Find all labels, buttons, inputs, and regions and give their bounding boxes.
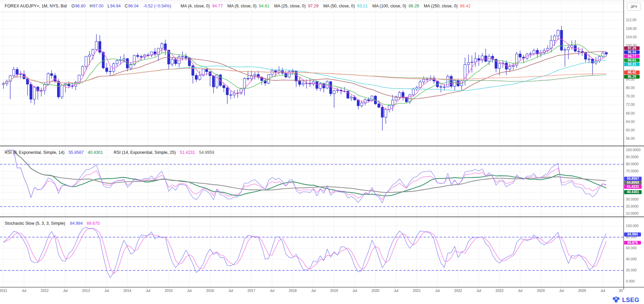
x-axis-label: 2022 (451, 289, 466, 293)
quote-value: 94.94 (110, 3, 121, 9)
ma-legend-item[interactable]: MA (100, close, 0)86.29 (372, 3, 419, 9)
x-axis-label: 2013 (79, 289, 93, 293)
rsi-indicator-header[interactable]: RSI (9, Exponential, Simple, 14)55.85674… (5, 149, 220, 156)
x-axis-label: Jul (348, 289, 362, 293)
quote-h: H97.00 (89, 3, 103, 9)
ma-legend-item[interactable]: MA (250, close, 0)86.42 (424, 3, 471, 9)
quote-label: L (108, 3, 110, 9)
ma-label: MA (250, close, 0) (424, 3, 458, 9)
main-chart-header: FOREX AUDJPY=, 1M, NYS, Bid O96.80H97.00… (5, 3, 471, 9)
x-axis-label: 2020 (368, 289, 383, 293)
x-axis-label: Jul (430, 289, 445, 293)
quote-value: 97.00 (93, 3, 103, 9)
price-axis-badge: 55.8567 (624, 177, 642, 181)
price-axis-badge: 96.04 (624, 50, 640, 54)
instrument-title: FOREX AUDJPY=, 1M, NYS, Bid (5, 3, 67, 9)
ma-legend-item[interactable]: MA (25, close, 0)97.29 (274, 3, 319, 9)
x-axis-label: 2015 (161, 289, 176, 293)
lseg-emblem-icon (612, 296, 620, 304)
axis-tick-label: 72.00 (626, 102, 635, 106)
ma-legend-item[interactable]: MA (9, close, 0)94.61 (227, 3, 269, 9)
ma-label: MA (25, close, 0) (274, 3, 306, 9)
rsi-value: 55.8567 (69, 149, 84, 156)
axis-tick-label: 20.0000 (626, 204, 639, 208)
ma-legend: MA (4, close, 0)94.77MA (9, close, 0)94.… (176, 3, 470, 9)
axis-tick-label: 76.00 (626, 94, 635, 98)
stoch-value: 84.984 (70, 220, 83, 227)
axis-tick-label: 90.0000 (626, 155, 639, 159)
price-axis-badge: 86.29 (624, 75, 640, 79)
stoch-legend-label: Stochastic Slow (5, 3, 3, Simple) (5, 220, 65, 227)
rsi-value: 54.8959 (199, 149, 214, 156)
axis-tick-label: 64.00 (626, 120, 635, 124)
ma-label: MA (9, close, 0) (227, 3, 256, 9)
x-axis-label: 2023 (492, 289, 507, 293)
x-axis-label: Jul (389, 289, 404, 293)
axis-tick-label: 100.000 (626, 224, 639, 228)
ma-label: MA (4, close, 0) (180, 3, 210, 9)
price-axis-badge: 94.77 (624, 54, 640, 58)
ma-legend-item[interactable]: MA (50, close, 0)93.21 (323, 3, 368, 9)
stochastic-indicator-header[interactable]: Stochastic Slow (5, 3, 3, Simple) 84.984… (5, 220, 99, 227)
axis-tick-label: 108.00 (626, 27, 637, 31)
price-axis-badge: 54.8959 (624, 181, 642, 185)
price-axis-badge: 84.984 (624, 232, 641, 236)
axis-tick-label: 100.0000 (626, 148, 641, 152)
rsi-value: 51.4231 (180, 149, 195, 156)
x-axis-label: 2019 (327, 289, 341, 293)
x-axis-label: 2024 (533, 289, 548, 293)
x-axis-label: 2011 (0, 289, 11, 293)
ma-legend-item[interactable]: MA (4, close, 0)94.77 (180, 3, 223, 9)
stoch-legend-values: 84.98469.875 (70, 220, 99, 227)
x-axis-label: 2014 (120, 289, 135, 293)
currency-button[interactable]: JPY (627, 3, 641, 11)
x-axis-label: Jul (141, 289, 156, 293)
price-axis-badge: 94.61 (624, 58, 640, 62)
change-value: -0.52 (−0.54%) (143, 3, 171, 9)
quote-value: 96.04 (128, 3, 138, 9)
quote-label: O (71, 3, 75, 9)
axis-tick-label: 104.00 (626, 35, 637, 39)
axis-tick-label: 68.00 (626, 111, 635, 115)
x-axis-label: Jul (596, 289, 610, 293)
quote-c: C96.04 (125, 3, 138, 9)
x-axis-label: Jul (513, 289, 528, 293)
x-axis-label: Jul (99, 289, 114, 293)
price-axis-badge: 93.21 (624, 62, 640, 67)
rsi-legend-item[interactable]: RSI (9, Exponential, Simple, 14)55.85674… (5, 149, 103, 156)
ohlc-quotes: O96.80H97.00L94.94C96.04 (71, 3, 138, 9)
quote-label: H (89, 3, 92, 9)
price-axis-badge: 86.42 (624, 71, 640, 75)
ma-value: 86.42 (460, 3, 471, 9)
axis-tick-label: 0.000 (626, 279, 635, 283)
x-axis-label: 2016 (203, 289, 217, 293)
x-axis-label: 2025 (575, 289, 590, 293)
axis-tick-label: 70.0000 (626, 169, 639, 173)
x-axis-label: Jul (58, 289, 73, 293)
quote-l: L94.94 (108, 3, 121, 9)
x-axis-label: Jul (306, 289, 321, 293)
ma-value: 97.29 (308, 3, 318, 9)
axis-tick-label: 80.00 (626, 86, 635, 90)
x-axis-label: Jul (472, 289, 486, 293)
axis-tick-label: 40.000 (626, 257, 637, 261)
stoch-value: 69.875 (87, 220, 99, 227)
axis-tick-label: 60.00 (626, 128, 635, 132)
axis-tick-label: 112.00 (626, 18, 636, 22)
axis-tick-label: 60.000 (626, 246, 637, 250)
price-axis-badge: 97.29 (624, 46, 640, 50)
price-axis-badge: 69.875 (624, 241, 641, 245)
x-axis-label: 2012 (37, 289, 52, 293)
x-axis-label: Jul (17, 289, 32, 293)
rsi-label: RSI (9, Exponential, Simple, 14) (5, 149, 65, 156)
x-axis-label: Jul (224, 289, 238, 293)
x-axis-label: 20 (613, 289, 628, 293)
rsi-legend-item[interactable]: RSI (14, Exponential, Simple, 25)51.4231… (114, 149, 214, 156)
axis-tick-label: 80.0000 (626, 162, 639, 166)
x-axis-label: Jul (182, 289, 197, 293)
lseg-logo: LSEG (612, 296, 639, 304)
quote-label: C (125, 3, 128, 9)
rsi-value: 40.4301 (88, 149, 103, 156)
chart-application: FOREX AUDJPY=, 1M, NYS, Bid O96.80H97.00… (0, 0, 644, 304)
ma-label: MA (50, close, 0) (323, 3, 355, 9)
